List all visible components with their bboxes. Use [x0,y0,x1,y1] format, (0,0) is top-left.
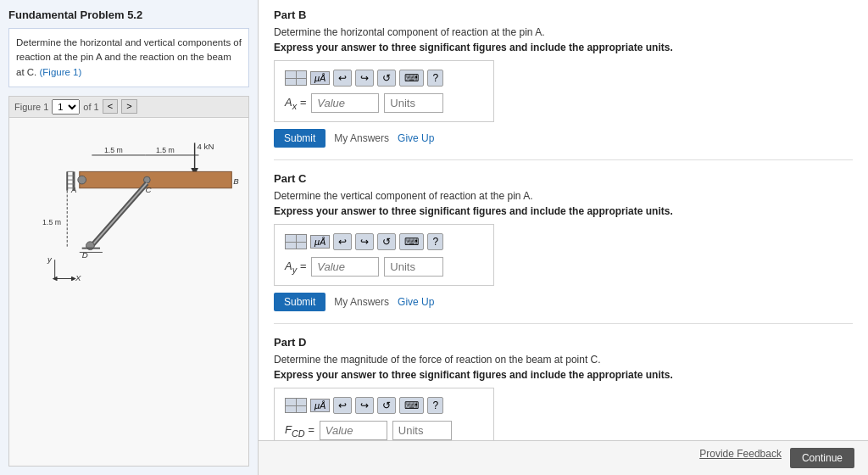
part-b-toolbar: μÅ ↩ ↪ ↺ ⌨ ? [285,70,483,87]
keyboard-button-c[interactable]: ⌨ [399,233,424,250]
part-c-section: Part C Determine the vertical component … [274,172,853,324]
redo-button-d[interactable]: ↪ [355,397,374,414]
part-c-submit-button[interactable]: Submit [274,293,326,311]
part-d-input-row: FCD = [285,421,483,440]
part-c-eq-label: Ay = [285,260,306,275]
svg-text:4 kN: 4 kN [198,142,214,151]
provide-feedback-link[interactable]: Provide Feedback [699,448,782,468]
help-button[interactable]: ? [427,70,443,87]
part-d-instruction: Express your answer to three significant… [274,369,853,381]
part-b-eq-label: Ax = [285,96,306,111]
bottom-bar: Provide Feedback Continue [259,440,868,475]
part-b-title: Part B [274,8,853,21]
svg-rect-6 [80,171,232,187]
keyboard-button-d[interactable]: ⌨ [399,397,424,414]
right-panel: Part B Determine the horizontal componen… [259,0,868,475]
grid-icon[interactable] [285,70,307,86]
figure-select[interactable]: 1 [52,99,80,115]
part-c-title: Part C [274,172,853,185]
help-button-d[interactable]: ? [427,397,443,414]
part-c-actions: Submit My Answers Give Up [274,293,853,311]
part-c-toolbar: μÅ ↩ ↪ ↺ ⌨ ? [285,233,483,250]
part-c-input-row: Ay = [285,257,483,277]
part-b-value-input[interactable] [311,93,379,113]
svg-point-8 [78,176,86,184]
part-c-my-answers-link[interactable]: My Answers [334,296,389,308]
left-panel: Fundamental Problem 5.2 Determine the ho… [0,0,259,475]
figure-prev-button[interactable]: < [103,99,118,114]
mu-button-d[interactable]: μÅ [310,399,330,412]
part-b-desc: Determine the horizontal component of re… [274,26,853,38]
svg-line-13 [92,183,147,246]
part-c-value-input[interactable] [311,257,379,277]
part-d-toolbar: μÅ ↩ ↪ ↺ ⌨ ? [285,397,483,414]
figure-next-button[interactable]: > [121,99,136,114]
part-c-give-up-link[interactable]: Give Up [398,296,434,308]
part-b-give-up-link[interactable]: Give Up [398,132,434,144]
part-b-my-answers-link[interactable]: My Answers [334,132,389,144]
part-b-section: Part B Determine the horizontal componen… [274,8,853,160]
reset-button[interactable]: ↺ [377,70,396,87]
figure-label: Figure 1 [14,102,48,112]
mu-button[interactable]: μÅ [310,71,330,85]
part-c-answer-box: μÅ ↩ ↪ ↺ ⌨ ? Ay = [274,224,494,286]
part-b-answer-box: μÅ ↩ ↪ ↺ ⌨ ? Ax = [274,60,494,122]
part-b-input-row: Ax = [285,93,483,113]
svg-text:B: B [233,176,239,186]
grid-icon-c[interactable] [285,234,307,249]
part-c-instruction: Express your answer to three significant… [274,205,853,217]
keyboard-button[interactable]: ⌨ [399,70,424,87]
part-d-eq-label: FCD = [285,423,314,439]
part-d-units-input[interactable] [392,421,452,440]
reset-button-c[interactable]: ↺ [377,233,396,250]
svg-text:1.5 m: 1.5 m [156,146,175,154]
redo-button-c[interactable]: ↪ [355,233,374,250]
svg-text:X: X [75,273,81,282]
part-b-instruction: Express your answer to three significant… [274,42,853,53]
figure-toolbar: Figure 1 1 of 1 < > [9,97,248,118]
figure-svg: 4 kN 1.5 m 1.5 m B A C [18,126,240,282]
problem-description: Determine the horizontal and vertical co… [8,28,249,87]
continue-button[interactable]: Continue [790,448,854,468]
part-b-actions: Submit My Answers Give Up [274,129,853,148]
figure-canvas: 4 kN 1.5 m 1.5 m B A C [9,118,248,466]
undo-button-d[interactable]: ↩ [333,397,352,414]
help-button-c[interactable]: ? [427,233,443,250]
svg-text:D: D [82,250,88,260]
grid-icon-d[interactable] [285,398,307,413]
figure-container: Figure 1 1 of 1 < > 4 kN 1.5 m 1.5 m [8,96,249,467]
part-d-value-input[interactable] [320,421,387,440]
undo-button-c[interactable]: ↩ [333,233,352,250]
problem-title: Fundamental Problem 5.2 [8,8,249,21]
svg-text:1.5 m: 1.5 m [42,218,61,226]
part-b-submit-button[interactable]: Submit [274,129,326,148]
reset-button-d[interactable]: ↺ [377,397,396,414]
undo-button[interactable]: ↩ [333,70,352,87]
figure-link[interactable]: (Figure 1) [40,67,82,77]
mu-button-c[interactable]: μÅ [310,235,330,249]
part-c-desc: Determine the vertical component of reac… [274,190,853,202]
redo-button[interactable]: ↪ [355,70,374,87]
part-d-title: Part D [274,336,853,349]
part-b-units-input[interactable] [384,93,443,113]
svg-text:y: y [47,254,53,264]
part-c-units-input[interactable] [384,257,443,277]
part-d-desc: Determine the magnitude of the force of … [274,354,853,366]
svg-text:1.5 m: 1.5 m [104,146,123,154]
figure-of: of 1 [83,102,98,112]
